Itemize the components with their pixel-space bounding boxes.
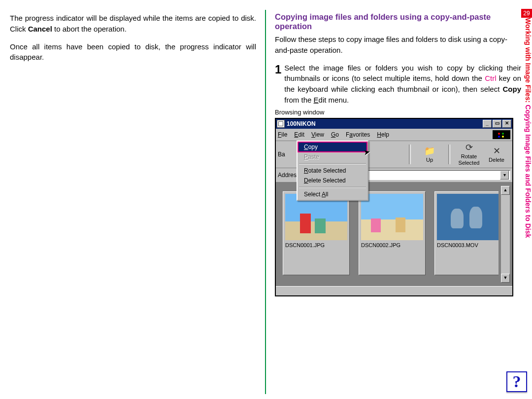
step-text: Select the image files or folders you wi… (284, 63, 521, 106)
step-number: 1 (275, 64, 281, 75)
menu-item-paste[interactable]: Paste (298, 152, 367, 162)
side-tab: 29 Working with Image Files: Copying Ima… (521, 9, 532, 333)
address-label: Addres (278, 172, 297, 179)
menu-edit[interactable]: Edit (294, 131, 304, 138)
cancel-word: Cancel (28, 25, 52, 33)
menu-item-rotate-selected[interactable]: Rotate Selected (298, 166, 367, 176)
text: from the (284, 96, 313, 104)
menu-favorites[interactable]: Favorites (346, 131, 370, 138)
thumbnail-image (361, 194, 423, 240)
section-heading: Copying image files and folders using a … (275, 12, 521, 31)
menu-separator (299, 187, 366, 188)
title-bar[interactable]: 100NIKON _ ▭ ✕ (276, 119, 512, 129)
rotate-icon: ⟳ (463, 143, 475, 152)
paragraph: Follow these steps to copy image files a… (275, 34, 521, 56)
scroll-up-arrow-icon[interactable]: ▲ (501, 186, 510, 195)
paragraph: The progress indicator will be displayed… (10, 13, 256, 35)
window-title: 100NIKON (287, 120, 483, 127)
title-buttons: _ ▭ ✕ (483, 120, 511, 128)
system-menu-icon[interactable] (277, 120, 285, 128)
minimize-button[interactable]: _ (483, 120, 492, 128)
menu-file[interactable]: File (278, 131, 287, 138)
text: to abort the operation. (52, 25, 127, 33)
back-button[interactable]: Ba (278, 151, 293, 158)
thumbnail-item[interactable]: DSCN0003.MOV (434, 191, 499, 275)
help-button[interactable]: ? (506, 371, 527, 392)
figure-caption: Browsing window (275, 109, 521, 116)
text: dit menu. (319, 96, 349, 104)
menu-item-delete-selected[interactable]: Delete Selected (298, 176, 367, 185)
side-subsection: Copying Image Files and Folders to Disk (524, 103, 532, 238)
question-mark-icon: ? (513, 372, 521, 391)
menu-help[interactable]: Help (377, 131, 389, 138)
menu-separator (299, 163, 366, 164)
left-column: The progress indicator will be displayed… (10, 10, 265, 394)
close-button[interactable]: ✕ (502, 120, 511, 128)
folder-up-icon: 📁 (424, 146, 435, 156)
thumbnail-item[interactable]: DSCN0001.JPG (283, 191, 350, 275)
rotate-selected-button[interactable]: ⟳ Rotate Selected (455, 143, 483, 165)
vertical-scrollbar[interactable]: ▲ ▼ (500, 185, 510, 283)
thumbnail-image (437, 194, 499, 240)
up-button[interactable]: 📁 Up (416, 146, 443, 163)
thumbnail-image (285, 194, 347, 240)
page-number: 29 (521, 9, 532, 18)
copy-word: Copy (503, 85, 522, 93)
browsing-window: 100NIKON _ ▭ ✕ File Edit View Go Favorit… (275, 118, 513, 296)
maximize-button[interactable]: ▭ (493, 120, 501, 128)
step-1: 1 Select the image files or folders you … (275, 63, 521, 106)
edit-dropdown-menu: Copy Paste Rotate Selected Delete Select… (297, 141, 368, 201)
scroll-down-arrow-icon[interactable]: ▼ (501, 274, 510, 283)
paragraph: Once all items have been copied to disk,… (10, 41, 256, 63)
right-column: Copying image files and folders using a … (265, 10, 526, 394)
delete-icon: ✕ (491, 146, 502, 156)
side-strip: Working with Image Files: Copying Image … (521, 18, 532, 333)
side-section: Working with Image Files: (524, 18, 532, 103)
status-bar (276, 286, 512, 295)
toolbar-label: Rotate Selected (455, 153, 483, 165)
menu-view[interactable]: View (311, 131, 324, 138)
toolbar-separator (409, 145, 411, 164)
menu-item-select-all[interactable]: Select All (298, 189, 367, 199)
ctrl-key: Ctrl (485, 74, 496, 82)
manual-page: The progress indicator will be displayed… (0, 0, 532, 399)
throbber-icon (493, 130, 510, 139)
file-name: DSCN0002.JPG (361, 242, 423, 248)
thumbnail-row: DSCN0001.JPG DSCN0002.JPG DSCN0003.MOV (281, 187, 499, 279)
menu-go[interactable]: Go (331, 131, 339, 138)
file-name: DSCN0003.MOV (437, 242, 499, 248)
toolbar-separator (448, 145, 450, 164)
toolbar-label: Delete (483, 157, 510, 163)
file-name: DSCN0001.JPG (285, 242, 347, 248)
toolbar-label: Up (416, 157, 443, 163)
delete-button[interactable]: ✕ Delete (483, 146, 510, 163)
side-breadcrumb: Working with Image Files: Copying Image … (524, 18, 532, 238)
thumbnail-item[interactable]: DSCN0002.JPG (359, 191, 426, 275)
menu-item-copy[interactable]: Copy (298, 142, 367, 152)
edit-mnemonic: E (314, 96, 319, 104)
menu-bar: File Edit View Go Favorites Help (276, 129, 512, 141)
